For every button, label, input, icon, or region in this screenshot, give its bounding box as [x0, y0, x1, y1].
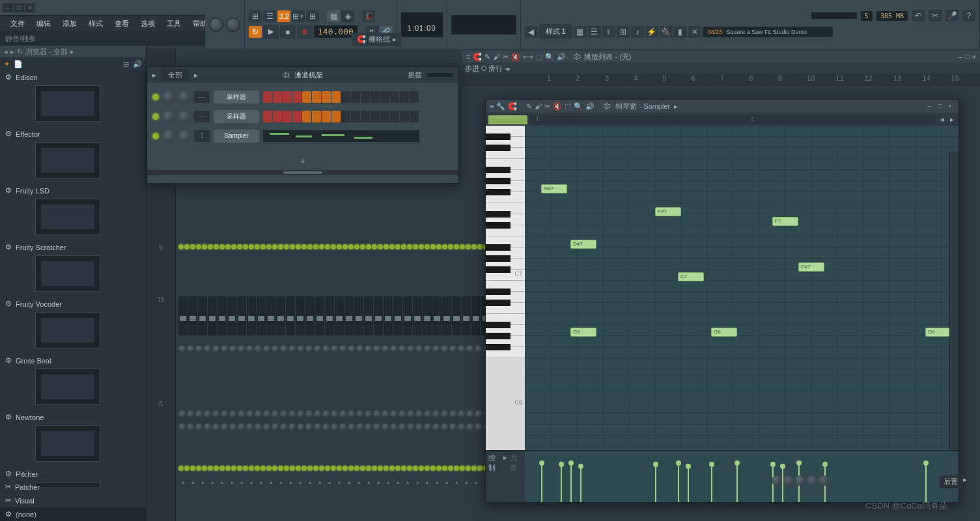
track-led[interactable] [460, 466, 465, 471]
track-led[interactable] [372, 244, 377, 249]
track-knob[interactable] [322, 423, 330, 431]
track-fader[interactable] [423, 296, 432, 335]
track-knob[interactable] [229, 345, 237, 353]
track-led[interactable] [313, 466, 318, 471]
track-led[interactable] [401, 466, 406, 471]
track-knob[interactable] [399, 410, 406, 418]
step-button[interactable] [400, 111, 409, 122]
step-button[interactable] [292, 111, 301, 122]
plugin-thumb[interactable] [35, 369, 100, 405]
track-led[interactable] [454, 244, 459, 249]
step-button[interactable] [380, 111, 389, 122]
plugin-newtone[interactable]: ⚙Newtone [0, 410, 146, 424]
track-led[interactable] [448, 244, 453, 249]
track-fader[interactable] [335, 296, 344, 335]
channel-vol-knob[interactable] [178, 91, 190, 103]
track-knob[interactable] [178, 410, 186, 418]
track-knob[interactable] [407, 345, 415, 353]
plugin-edison[interactable]: ⚙Edison [0, 70, 146, 84]
track-led[interactable] [219, 466, 225, 471]
track-led[interactable] [231, 466, 236, 471]
track-knob[interactable] [204, 410, 212, 418]
track-fader[interactable] [266, 296, 275, 335]
track-led[interactable] [331, 244, 336, 249]
step-button[interactable] [283, 91, 292, 103]
track-led[interactable] [419, 466, 424, 471]
track-knob[interactable] [221, 410, 229, 418]
slide-mode-label[interactable]: 滑行 [488, 64, 503, 74]
loop-icon[interactable]: ↻ [249, 26, 262, 38]
none-item[interactable]: ⚙(none) [0, 507, 146, 521]
blend-icon[interactable]: ◈ [341, 10, 354, 22]
track-knob[interactable] [255, 410, 262, 418]
track-knob[interactable] [441, 345, 449, 353]
track-knob[interactable] [297, 345, 305, 353]
velocity-bar[interactable] [561, 464, 562, 502]
track-knob[interactable] [314, 423, 322, 431]
track-knob[interactable] [415, 345, 423, 353]
track-arrow-icon[interactable]: ▴ [442, 479, 451, 485]
step-button[interactable] [331, 91, 341, 103]
track-led[interactable] [260, 466, 266, 471]
channel-led[interactable] [152, 113, 159, 120]
track-led[interactable] [378, 466, 383, 471]
track-knob[interactable] [221, 423, 229, 431]
step-button[interactable] [351, 111, 360, 122]
playback-icon[interactable]: 🔊 [585, 102, 595, 111]
track-knob[interactable] [195, 423, 203, 431]
magnet-icon[interactable]: 🧲 [473, 53, 482, 61]
track-led[interactable] [190, 244, 195, 249]
track-knob[interactable] [475, 345, 483, 353]
playlist-ruler[interactable]: 123456789101112131415 [462, 74, 980, 86]
track-knob[interactable] [280, 345, 288, 353]
track-led[interactable] [319, 244, 324, 249]
track-led[interactable] [384, 466, 389, 471]
track-led[interactable] [354, 244, 359, 249]
track-knob[interactable] [407, 410, 415, 418]
track-led[interactable] [348, 466, 354, 471]
note[interactable]: C7 [678, 272, 704, 281]
visual-item[interactable]: ✂Visual [0, 494, 146, 507]
minimize-button[interactable]: – [3, 3, 13, 12]
close-icon[interactable]: × [945, 102, 955, 110]
track-fader[interactable] [296, 296, 305, 335]
playback-icon[interactable]: 🔊 [557, 53, 566, 61]
black-key[interactable] [486, 145, 511, 151]
track-arrow-icon[interactable]: ▴ [344, 479, 354, 485]
add-channel-button[interactable]: + [147, 152, 458, 170]
channel-rack-scrollbar[interactable] [147, 170, 458, 175]
black-key[interactable] [486, 255, 511, 262]
patcher-item[interactable]: ✂Patcher [0, 480, 146, 494]
track-led[interactable] [196, 244, 201, 249]
track-knob[interactable] [382, 423, 389, 431]
step-button[interactable] [341, 91, 350, 103]
track-led[interactable] [272, 244, 277, 249]
track-led[interactable] [413, 466, 418, 471]
track-knob[interactable] [178, 345, 186, 353]
step-icon[interactable]: 🎩 [362, 10, 375, 22]
step-button[interactable] [410, 111, 419, 122]
track-knob[interactable] [246, 345, 254, 353]
track-knob[interactable] [288, 423, 296, 431]
piano-roll-timeline[interactable]: 1 2 [529, 115, 936, 124]
track-led[interactable] [343, 244, 348, 249]
plugin-fruity-vocoder[interactable]: ⚙Fruity Vocoder [0, 297, 146, 311]
velocity-bar[interactable] [655, 464, 656, 502]
black-key[interactable] [486, 322, 511, 328]
track-knob[interactable] [305, 423, 313, 431]
track-knob[interactable] [288, 410, 296, 418]
track-led[interactable] [395, 244, 400, 249]
step-button[interactable] [302, 111, 311, 122]
track-led[interactable] [301, 466, 307, 471]
track-led[interactable] [296, 466, 301, 471]
black-key[interactable] [486, 289, 511, 295]
menu-查看[interactable]: 查看 [109, 17, 134, 31]
track-led[interactable] [272, 466, 277, 471]
maximize-button[interactable]: □ [14, 3, 24, 12]
track-led[interactable] [436, 466, 441, 471]
track-led[interactable] [249, 466, 254, 471]
track-led[interactable] [290, 244, 295, 249]
track-arrow-icon[interactable]: ▴ [208, 479, 217, 485]
track-led[interactable] [430, 244, 436, 249]
track-knob[interactable] [246, 410, 254, 418]
